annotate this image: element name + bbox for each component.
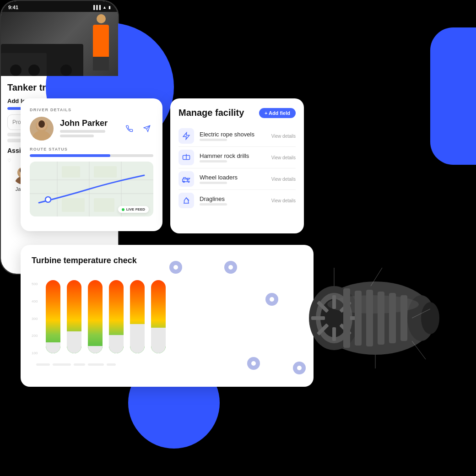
svg-rect-42 <box>378 292 384 345</box>
chart-area <box>41 273 170 355</box>
live-feed-badge: LIVE FEED <box>118 206 149 213</box>
svg-rect-41 <box>366 290 373 346</box>
bar-2 <box>88 280 103 355</box>
facility-item-2: Wheel loaders View details <box>178 168 296 190</box>
svg-point-3 <box>38 120 45 128</box>
facility-item-line-2 <box>200 182 227 184</box>
facility-item-line-0 <box>200 139 227 141</box>
driver-details-card: DRIVER DETAILS John Parker <box>21 98 162 231</box>
facility-item-name-2: Wheel loaders <box>200 174 271 181</box>
annotation-dot-4 <box>247 357 260 370</box>
view-details-3[interactable]: View details <box>271 198 296 203</box>
heart-icon-james[interactable]: ♡ <box>7 158 11 163</box>
driver-info-line1 <box>60 130 105 133</box>
svg-rect-44 <box>400 295 407 341</box>
svg-rect-32 <box>332 327 336 341</box>
svg-point-0 <box>32 130 52 141</box>
annotation-dot-2 <box>224 261 237 274</box>
driver-info-line2 <box>60 135 94 137</box>
bar-1 <box>67 280 81 355</box>
facility-title: Manage facility <box>178 108 244 118</box>
facility-item-3: Draglines View details <box>178 190 296 211</box>
svg-point-15 <box>45 197 51 202</box>
turbine-title: Turbine temperature check <box>32 256 303 265</box>
svg-rect-34 <box>311 316 325 320</box>
facility-item-line-1 <box>200 160 227 162</box>
facility-item-name-1: Hammer rock drills <box>200 152 271 159</box>
turbine-card: Turbine temperature check 500 400 300 20… <box>21 245 314 387</box>
bar-5 <box>151 280 166 355</box>
status-icons: ▐▐▐ ▲ ▮ <box>92 5 111 10</box>
signal-icon: ▐▐▐ <box>92 5 101 10</box>
svg-rect-39 <box>343 288 350 348</box>
bg-rect-right <box>430 27 476 165</box>
y-label-5: 500 <box>32 282 38 286</box>
svg-line-49 <box>412 341 426 359</box>
facility-item-0: Electric rope shovels View details <box>178 125 296 147</box>
phone-icon[interactable] <box>123 122 136 135</box>
driver-name: John Parker <box>60 119 117 128</box>
svg-point-37 <box>421 302 439 334</box>
facility-icon-drill <box>178 150 194 165</box>
bar-4 <box>130 280 145 355</box>
phone-status-bar: 9:41 ▐▐▐ ▲ ▮ <box>1 1 118 12</box>
live-feed-label: LIVE FEED <box>126 207 145 211</box>
status-time: 9:41 <box>8 5 18 10</box>
map-area: LIVE FEED <box>30 162 153 216</box>
annotation-dot-5 <box>293 362 306 374</box>
message-icon[interactable] <box>141 122 153 135</box>
live-dot <box>122 208 124 211</box>
y-label-2: 200 <box>32 334 38 338</box>
facility-item-line-3 <box>200 203 227 206</box>
facility-icon-dragline <box>178 193 194 208</box>
annotation-dot-1 <box>169 261 182 274</box>
svg-marker-16 <box>183 133 189 140</box>
turbine-image <box>298 249 453 387</box>
wifi-icon: ▲ <box>103 5 107 10</box>
facility-item-name-0: Electric rope shovels <box>200 131 271 138</box>
route-bar-fill <box>30 154 110 157</box>
y-label-4: 400 <box>32 299 38 303</box>
facility-icon-electric <box>178 128 194 144</box>
y-label-3: 300 <box>32 317 38 321</box>
svg-rect-40 <box>355 291 362 346</box>
facility-card: Manage facility + Add field Electric rop… <box>170 98 304 233</box>
svg-point-22 <box>188 181 189 183</box>
route-label: ROUTE STATUS <box>30 147 153 151</box>
add-field-button[interactable]: + Add field <box>259 108 296 118</box>
battery-icon: ▮ <box>108 5 111 10</box>
facility-icon-loader <box>178 171 194 187</box>
facility-item-1: Hammer rock drills View details <box>178 147 296 168</box>
facility-item-name-3: Draglines <box>200 195 271 202</box>
svg-rect-43 <box>389 293 396 343</box>
bar-0 <box>46 280 60 355</box>
driver-avatar <box>30 117 54 141</box>
y-label-1: 100 <box>32 351 38 355</box>
view-details-0[interactable]: View details <box>271 134 296 139</box>
driver-section-label: DRIVER DETAILS <box>30 108 153 112</box>
annotation-dot-3 <box>265 293 278 306</box>
chart-y-labels: 500 400 300 200 100 <box>32 282 38 355</box>
route-progress-bar <box>30 154 153 157</box>
view-details-1[interactable]: View details <box>271 155 296 160</box>
view-details-2[interactable]: View details <box>271 177 296 182</box>
bar-3 <box>109 280 124 355</box>
phone-hero-image <box>1 12 118 76</box>
